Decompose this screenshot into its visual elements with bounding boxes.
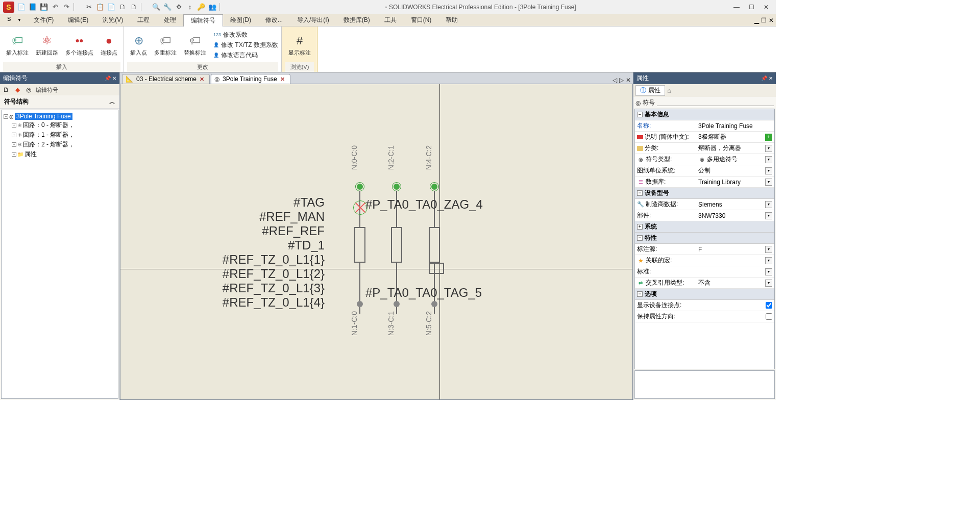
quick-access-icon[interactable]: 💾 <box>40 3 48 11</box>
property-section-header[interactable]: −特性 <box>635 233 774 244</box>
tab-properties[interactable]: ⓘ属性 <box>635 85 665 96</box>
ribbon-button[interactable]: ⊕插入点 <box>127 32 150 59</box>
mdi-restore-icon[interactable]: ❐ <box>761 17 767 24</box>
property-section-header[interactable]: −基本信息 <box>635 109 774 120</box>
tree-item[interactable]: + 📁 属性 <box>3 149 117 159</box>
home-icon[interactable]: ⌂ <box>667 87 671 94</box>
property-row[interactable]: ☰数据库:Training Library▾ <box>635 176 774 188</box>
add-icon[interactable]: + <box>765 134 772 141</box>
menu-item[interactable]: 窗口(N) <box>404 14 439 27</box>
dropdown-icon[interactable]: ▾ <box>765 156 772 163</box>
property-row[interactable]: 图纸单位系统:公制▾ <box>635 165 774 176</box>
menu-item[interactable]: 导入/导出(I) <box>290 14 336 27</box>
quick-access-icon[interactable]: 🗋 <box>130 3 138 11</box>
menu-item[interactable]: 工具 <box>377 14 404 27</box>
property-row[interactable]: 保持属性方向: <box>635 311 774 322</box>
quick-access-icon[interactable]: ✥ <box>175 3 183 11</box>
menu-item[interactable]: 文件(F) <box>27 14 61 27</box>
pin-icon[interactable]: 📌 ✕ <box>105 75 116 81</box>
tab-next-icon[interactable]: ▷ <box>619 77 624 84</box>
minimize-button[interactable]: — <box>733 4 740 11</box>
property-row[interactable]: 标注源:F▾ <box>635 244 774 255</box>
quick-access-icon[interactable]: 🔍 <box>152 3 160 11</box>
quick-access-icon[interactable]: 🗋 <box>118 3 127 11</box>
dropdown-icon[interactable]: ▾ <box>765 145 772 152</box>
menu-item[interactable]: 编辑(E) <box>61 14 95 27</box>
tree-item[interactable]: + ⚛ 回路：1 - 熔断器， <box>3 130 117 140</box>
quick-access-icon[interactable] <box>141 3 149 11</box>
dropdown-icon[interactable]: ▾ <box>765 179 772 186</box>
menu-item[interactable]: 绘图(D) <box>223 14 258 27</box>
tool-icon[interactable]: 🗋 <box>2 86 10 94</box>
menu-item[interactable]: 工程 <box>130 14 157 27</box>
close-tab-icon[interactable]: ✕ <box>200 76 204 83</box>
ribbon-text-button[interactable]: 123修改系数 <box>213 30 278 40</box>
section-header[interactable]: 符号结构 ︽ <box>0 95 119 109</box>
property-row[interactable]: 显示设备连接点: <box>635 300 774 311</box>
ribbon-button[interactable]: 🏷替换标注 <box>181 32 209 59</box>
tree-item[interactable]: + ⚛ 回路：2 - 熔断器， <box>3 140 117 149</box>
menu-item[interactable]: 修改... <box>258 14 290 27</box>
mdi-close-icon[interactable]: ✕ <box>769 17 774 24</box>
tool-icon[interactable]: ◆ <box>13 86 21 94</box>
menu-item[interactable]: 浏览(V) <box>95 14 130 27</box>
menu-item[interactable]: 处理 <box>157 14 183 27</box>
ribbon-text-button[interactable]: 👤修改 TX/TZ 数据系数 <box>213 40 278 50</box>
ribbon-button[interactable]: #显示标注 <box>285 32 314 59</box>
tool-icon[interactable]: ◎ <box>24 86 33 94</box>
property-section-header[interactable]: −选项 <box>635 289 774 300</box>
quick-access-icon[interactable]: ↷ <box>62 3 70 11</box>
document-tab[interactable]: ◎3Pole Training Fuse✕ <box>211 74 290 84</box>
dropdown-icon[interactable]: ▾ <box>765 167 772 174</box>
property-row[interactable]: 分类:熔断器，分离器▾ <box>635 143 774 154</box>
property-row[interactable]: 🔧制造商数据:Siemens▾ <box>635 199 774 210</box>
property-section-header[interactable]: −设备型号 <box>635 188 774 199</box>
quick-access-icon[interactable]: 📋 <box>96 3 104 11</box>
ribbon-button[interactable]: 🏷多重标注 <box>151 32 180 59</box>
quick-access-icon[interactable]: 👥 <box>208 3 216 11</box>
dropdown-icon[interactable]: ▾ <box>765 201 772 208</box>
menu-item[interactable]: 编辑符号 <box>183 14 223 27</box>
tree-item[interactable]: + ⚛ 回路：0 - 熔断器， <box>3 120 117 130</box>
drawing-canvas[interactable]: N:0-C:0 N:2-C:1 N:4-C:2 N:1-C:0 N:3-C:1 … <box>120 84 632 399</box>
document-tab[interactable]: 📐03 - Electrical scheme✕ <box>122 74 210 84</box>
checkbox[interactable] <box>766 302 772 309</box>
quick-access-icon[interactable]: ✂ <box>85 3 93 11</box>
tab-close-icon[interactable]: ✕ <box>626 77 631 84</box>
menu-item[interactable]: 数据库(B) <box>336 14 377 27</box>
dropdown-icon[interactable]: ▾ <box>765 212 772 219</box>
ribbon-button[interactable]: ••多个连接点 <box>62 32 96 59</box>
property-section-header[interactable]: +系统 <box>635 221 774 233</box>
property-row[interactable]: 名称:3Pole Training Fuse <box>635 120 774 132</box>
quick-access-icon[interactable]: 📘 <box>29 3 37 11</box>
quick-access-icon[interactable]: 🔑 <box>197 3 205 11</box>
property-row[interactable]: 标准:▾ <box>635 266 774 277</box>
symbol-search-input[interactable] <box>657 99 774 106</box>
quick-access-icon[interactable]: 🔧 <box>163 3 172 11</box>
quick-access-icon[interactable] <box>74 3 82 11</box>
ribbon-button[interactable]: 🏷插入标注 <box>3 32 32 59</box>
checkbox[interactable] <box>766 313 772 320</box>
quick-access-icon[interactable] <box>219 3 228 11</box>
dropdown-icon[interactable]: ▾ <box>765 246 772 253</box>
quick-access-icon[interactable]: ↕ <box>186 3 194 11</box>
quick-access-icon[interactable]: ↶ <box>51 3 59 11</box>
ribbon-button[interactable]: ●连接点 <box>97 32 120 59</box>
property-row[interactable]: 说明 (简体中文):3极熔断器+ <box>635 132 774 143</box>
maximize-button[interactable]: ☐ <box>749 4 754 11</box>
menu-item[interactable]: 帮助 <box>438 14 465 27</box>
ribbon-text-button[interactable]: 👤修改语言代码 <box>213 50 278 60</box>
pin-icon[interactable]: 📌 ✕ <box>761 75 773 81</box>
dropdown-icon[interactable]: ▾ <box>765 280 772 287</box>
property-row[interactable]: 部件:3NW7330▾ <box>635 210 774 221</box>
close-button[interactable]: ✕ <box>764 4 769 11</box>
property-row[interactable]: ★关联的宏:▾ <box>635 255 774 266</box>
ribbon-button[interactable]: ⚛新建回路 <box>33 32 61 59</box>
dropdown-icon[interactable]: ▾ <box>765 268 772 275</box>
property-row[interactable]: ◎符号类型:◎ 多用途符号▾ <box>635 154 774 165</box>
quick-access-icon[interactable]: 📄 <box>17 3 26 11</box>
quick-access-icon[interactable]: 📄 <box>107 3 115 11</box>
mdi-minimize-icon[interactable]: ▁ <box>754 17 759 24</box>
collapse-icon[interactable]: ︽ <box>109 97 115 106</box>
property-row[interactable]: ⇄交叉引用类型:不含▾ <box>635 277 774 289</box>
